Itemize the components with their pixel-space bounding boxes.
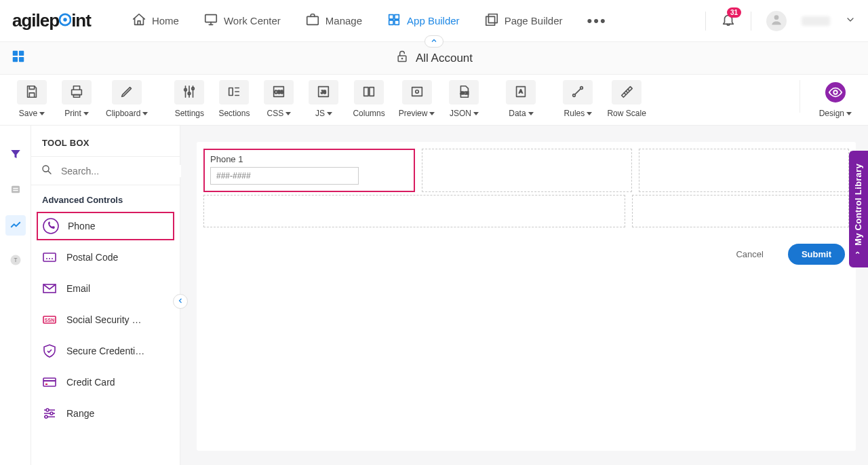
breadcrumb: All Account <box>395 50 473 67</box>
svg-point-45 <box>49 258 50 259</box>
row-scale-button[interactable]: Row Scale <box>607 80 646 118</box>
nav-work-center[interactable]: Work Center <box>203 12 281 29</box>
css-button[interactable]: CSS CSS <box>263 80 294 118</box>
sections-icon <box>226 84 241 101</box>
main-area: T TOOL BOX Advanced Controls Phone Posta… <box>0 126 868 465</box>
svg-rect-51 <box>43 380 56 382</box>
nav-manage-label: Manage <box>326 15 362 26</box>
nav-home[interactable]: Home <box>132 12 179 29</box>
json-icon: JSON <box>456 84 471 101</box>
eye-icon <box>825 82 846 103</box>
phone-field-label: Phone 1 <box>210 154 408 164</box>
grid-row: Phone 1 <box>203 149 849 192</box>
user-avatar[interactable] <box>766 11 787 31</box>
toolbox-item-secure-credential[interactable]: Secure Credenti… <box>31 335 180 367</box>
my-control-library-tab[interactable]: ‹ My Control Library <box>849 151 868 267</box>
clipboard-button[interactable]: Clipboard <box>106 80 148 118</box>
svg-rect-28 <box>412 87 422 96</box>
svg-rect-43 <box>43 253 56 261</box>
toolbox-title: TOOL BOX <box>31 126 180 157</box>
design-mode-button[interactable]: Design <box>819 80 852 118</box>
svg-rect-3 <box>307 16 319 24</box>
toolbox-search[interactable] <box>31 157 180 185</box>
print-button[interactable]: Print <box>61 80 92 118</box>
toolbox-item-label: Email <box>66 283 90 294</box>
svg-text:JS: JS <box>321 89 326 94</box>
svg-text:A: A <box>519 88 523 94</box>
canvas-phone-cell[interactable]: Phone 1 <box>203 149 415 192</box>
data-button[interactable]: A Data <box>505 80 536 118</box>
ssn-icon: SSN <box>41 311 58 329</box>
sections-button[interactable]: Sections <box>218 80 250 118</box>
toolbox-item-label: Range <box>66 408 94 419</box>
nav-manage[interactable]: Manage <box>305 12 362 29</box>
form-button-row: Cancel Submit <box>203 230 849 265</box>
rail-filter[interactable] <box>5 145 26 165</box>
person-icon <box>770 13 783 29</box>
phone-icon <box>42 217 60 235</box>
svg-rect-7 <box>395 20 399 24</box>
nav-app-builder[interactable]: App Builder <box>387 12 460 29</box>
form-icon <box>9 183 22 198</box>
settings-button[interactable]: Settings <box>174 80 205 118</box>
cancel-button[interactable]: Cancel <box>722 244 776 265</box>
more-icon: ••• <box>587 12 607 30</box>
canvas-empty-cell[interactable] <box>422 149 632 192</box>
credit-card-icon <box>41 373 58 391</box>
toolbox-item-ssn[interactable]: SSN Social Security … <box>31 304 180 335</box>
preview-button[interactable]: Preview <box>399 80 435 118</box>
nav-page-builder-label: Page Builder <box>505 15 563 26</box>
toolbox-panel: TOOL BOX Advanced Controls Phone Postal … <box>31 126 180 465</box>
svg-point-10 <box>774 15 779 20</box>
search-input[interactable] <box>60 165 181 177</box>
chart-icon <box>9 219 22 233</box>
toolbox-item-label: Secure Credenti… <box>66 346 144 356</box>
phone-field-input[interactable] <box>210 167 359 185</box>
svg-rect-5 <box>395 15 399 19</box>
nav-page-builder[interactable]: Page Builder <box>484 12 563 29</box>
svg-rect-13 <box>13 57 18 62</box>
svg-point-54 <box>50 412 53 415</box>
preview-icon <box>410 84 425 101</box>
nav-more[interactable]: ••• <box>587 12 607 30</box>
svg-rect-27 <box>370 87 374 96</box>
canvas-empty-cell[interactable] <box>632 195 849 227</box>
rules-button[interactable]: Rules <box>562 80 593 118</box>
apps-button[interactable] <box>11 49 26 66</box>
collapse-subbar-button[interactable] <box>425 35 443 48</box>
svg-point-53 <box>46 409 49 411</box>
nav-home-label: Home <box>152 15 179 26</box>
toolbox-item-email[interactable]: Email <box>31 273 180 304</box>
apps-grid-icon <box>11 56 26 66</box>
logo-dot-icon <box>59 10 71 30</box>
toolbox-item-postal-code[interactable]: Postal Code <box>31 242 180 273</box>
columns-button[interactable]: Columns <box>353 80 384 118</box>
notifications-button[interactable]: 31 <box>721 12 736 29</box>
postal-code-icon <box>41 248 58 266</box>
caret-icon <box>528 112 534 115</box>
toolbox-item-label: Phone <box>68 221 95 231</box>
form-canvas[interactable]: Phone 1 Cancel Submit <box>197 142 856 451</box>
nav-app-builder-label: App Builder <box>407 15 460 26</box>
user-menu-caret[interactable] <box>845 14 856 27</box>
save-button[interactable]: Save <box>16 80 47 118</box>
svg-rect-37 <box>13 187 18 189</box>
rail-chart[interactable] <box>5 215 26 236</box>
svg-rect-50 <box>43 378 56 386</box>
toolbox-item-range[interactable]: Range <box>31 398 180 429</box>
json-button[interactable]: JSON JSON <box>448 80 479 118</box>
canvas-empty-cell[interactable] <box>639 149 849 192</box>
submit-button[interactable]: Submit <box>788 244 845 265</box>
svg-text:SSN: SSN <box>45 318 54 322</box>
rail-text[interactable]: T <box>5 250 26 271</box>
save-icon <box>24 84 39 101</box>
sliders-icon <box>182 84 197 101</box>
toolbox-item-credit-card[interactable]: Credit Card <box>31 367 180 398</box>
toolbox-item-phone[interactable]: Phone <box>37 212 174 240</box>
rail-form[interactable] <box>5 180 26 200</box>
js-button[interactable]: JS JS <box>308 80 339 118</box>
top-nav-right: 31 <box>705 11 856 31</box>
svg-rect-6 <box>389 20 393 24</box>
canvas-empty-cell[interactable] <box>203 195 625 227</box>
caret-icon <box>473 112 479 115</box>
